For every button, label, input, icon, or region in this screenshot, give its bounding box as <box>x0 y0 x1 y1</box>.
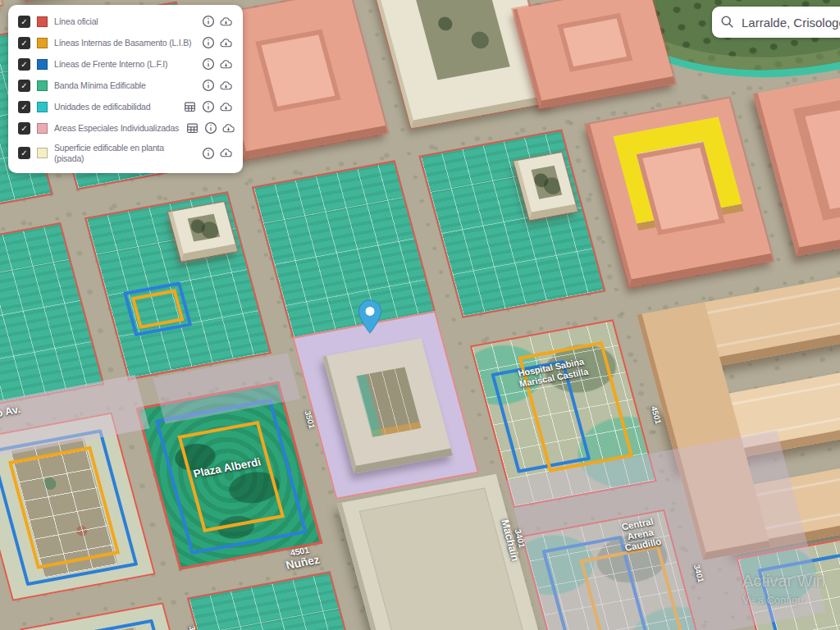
legend-item-label: Líneas de Frente Interno (L.F.I) <box>54 59 194 69</box>
legend-item-label: Banda Mínima Edificable <box>54 80 194 90</box>
color-swatch <box>37 148 48 158</box>
checkbox[interactable]: ✓ <box>18 147 30 159</box>
map-application: Larralde, Crisologo Av. Plaza Alberdi 45… <box>0 0 840 630</box>
color-swatch <box>37 80 48 91</box>
download-icon[interactable] <box>219 146 233 160</box>
color-swatch <box>37 59 48 70</box>
download-icon[interactable] <box>219 36 233 50</box>
info-icon[interactable] <box>201 15 215 29</box>
legend-item-label: Superficie edificable en planta (pisada) <box>54 143 194 164</box>
info-icon[interactable] <box>201 57 215 71</box>
legend-panel: ✓ Línea oficial ✓ Líneas Internas de Bas… <box>8 5 243 173</box>
checkbox[interactable]: ✓ <box>18 37 30 49</box>
map-block-cream <box>168 202 237 261</box>
download-icon[interactable] <box>219 57 233 71</box>
download-icon[interactable] <box>221 121 235 135</box>
legend-item-label: Areas Especiales Individualizadas <box>54 123 179 133</box>
search-input[interactable] <box>712 7 840 38</box>
checkbox[interactable]: ✓ <box>18 58 30 71</box>
checkbox[interactable]: ✓ <box>18 80 30 92</box>
legend-item-label: Línea oficial <box>54 16 194 26</box>
table-icon[interactable] <box>185 121 199 135</box>
legend-item-superficie: ✓ Superficie edificable en planta (pisad… <box>18 139 233 167</box>
checkbox[interactable]: ✓ <box>18 16 30 28</box>
map-block-oBlue <box>41 619 189 630</box>
search-bar <box>712 7 840 38</box>
info-icon[interactable] <box>201 100 215 114</box>
info-icon[interactable] <box>201 36 215 50</box>
info-icon[interactable] <box>201 146 215 160</box>
info-icon[interactable] <box>203 121 217 135</box>
legend-item-lib: ✓ Líneas Internas de Basamento (L.I.B) <box>18 32 233 53</box>
windows-activation-watermark: Activar Win Ve a Configu <box>742 572 825 606</box>
color-swatch <box>37 123 48 134</box>
color-swatch <box>37 102 48 112</box>
map-block-cream <box>514 153 577 220</box>
color-swatch <box>37 16 48 27</box>
legend-item-linea-oficial: ✓ Línea oficial <box>18 11 233 32</box>
download-icon[interactable] <box>219 79 233 93</box>
location-pin[interactable] <box>356 299 384 339</box>
legend-item-banda-minima: ✓ Banda Mínima Edificable <box>18 75 233 96</box>
checkbox[interactable]: ✓ <box>18 122 30 135</box>
download-icon[interactable] <box>219 100 233 114</box>
legend-item-label: Líneas Internas de Basamento (L.I.B) <box>54 38 194 48</box>
legend-item-unidades: ✓ Unidades de edificabilidad <box>18 96 233 117</box>
map-block-lavBldg <box>322 338 453 473</box>
map-block-donut <box>614 116 742 223</box>
info-icon[interactable] <box>201 79 215 93</box>
color-swatch <box>37 38 48 48</box>
table-icon[interactable] <box>183 100 197 114</box>
download-icon[interactable] <box>219 15 233 29</box>
legend-item-lfi: ✓ Líneas de Frente Interno (L.F.I) <box>18 53 233 75</box>
checkbox[interactable]: ✓ <box>18 101 30 113</box>
legend-item-areas-especiales: ✓ Areas Especiales Individualizadas <box>18 117 233 139</box>
legend-item-label: Unidades de edificabilidad <box>54 102 176 112</box>
